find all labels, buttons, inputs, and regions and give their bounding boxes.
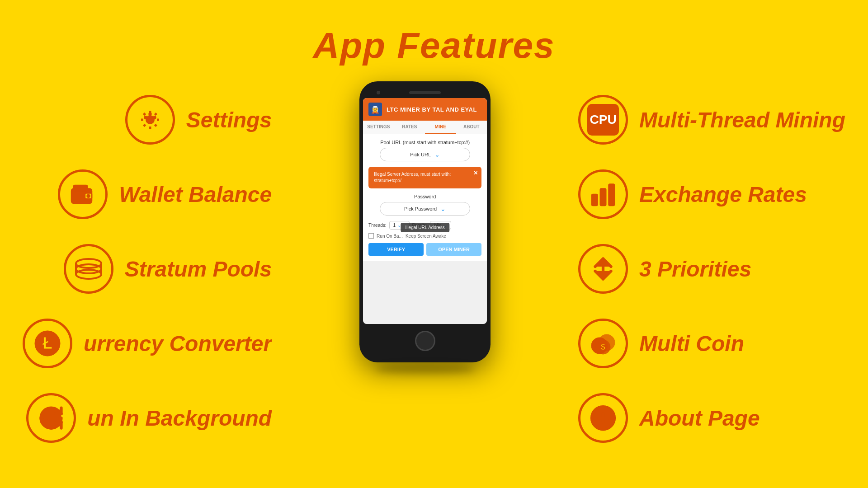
svg-text:$: $ bbox=[601, 343, 605, 352]
tab-rates[interactable]: RATES bbox=[394, 121, 425, 134]
svg-point-9 bbox=[144, 116, 147, 119]
phone-camera bbox=[377, 91, 380, 94]
pick-url-arrow: ⌄ bbox=[434, 151, 440, 158]
refresh-icon bbox=[26, 393, 76, 443]
phone-top-bar bbox=[363, 87, 487, 98]
tab-about[interactable]: ABOUT bbox=[456, 121, 487, 134]
svg-rect-23 bbox=[592, 194, 598, 206]
svg-rect-25 bbox=[609, 184, 615, 206]
feature-priorities: 3 Priorities bbox=[578, 244, 845, 294]
phone-shadow bbox=[375, 365, 475, 374]
priorities-label: 3 Priorities bbox=[639, 257, 751, 282]
threads-label: Threads: bbox=[368, 223, 386, 228]
features-container: Settings Walle bbox=[0, 63, 868, 488]
page-title: App Features bbox=[0, 0, 868, 66]
svg-point-15 bbox=[87, 195, 90, 197]
phone-body: 🧝 LTC MINER BY TAL AND EYAL SETTINGS RAT… bbox=[359, 81, 491, 362]
about-page-label: About Page bbox=[639, 406, 760, 431]
left-features: Settings Walle bbox=[14, 90, 272, 443]
svg-line-8 bbox=[155, 113, 156, 115]
feature-exchange-rates: Exchange Rates bbox=[578, 169, 845, 219]
settings-icon bbox=[125, 95, 175, 145]
password-label: Password bbox=[368, 194, 481, 199]
svg-line-6 bbox=[155, 125, 156, 127]
right-features: CPU Multi-Thread Mining Exchange Rates bbox=[578, 90, 854, 443]
phone-mockup: 🧝 LTC MINER BY TAL AND EYAL SETTINGS RAT… bbox=[359, 81, 491, 374]
app-tabs: SETTINGS RATES MINE ABOUT bbox=[363, 121, 487, 134]
svg-point-0 bbox=[146, 117, 153, 123]
svg-line-7 bbox=[144, 125, 146, 127]
pick-url-button[interactable]: Pick URL ⌄ bbox=[380, 148, 470, 161]
phone-bottom bbox=[363, 324, 487, 353]
feature-wallet-balance: Wallet Balance bbox=[23, 169, 272, 219]
feature-multi-thread: CPU Multi-Thread Mining bbox=[578, 95, 845, 145]
feature-about-page: About Page bbox=[578, 393, 845, 443]
app-logo: 🧝 bbox=[368, 103, 382, 116]
app-header-title: LTC MINER BY TAL AND EYAL bbox=[387, 106, 477, 113]
svg-rect-24 bbox=[600, 189, 606, 206]
svg-line-5 bbox=[144, 113, 146, 115]
wallet-balance-label: Wallet Balance bbox=[119, 182, 272, 207]
svg-text:Ł: Ł bbox=[42, 334, 52, 352]
tab-settings[interactable]: SETTINGS bbox=[363, 121, 394, 134]
keep-screen-text: Keep Screen Awake bbox=[406, 234, 446, 239]
feature-currency-converter: urrency Converter Ł bbox=[23, 319, 272, 368]
wallet-icon bbox=[58, 169, 108, 219]
error-text: Illegal Server Address, must start with:… bbox=[374, 172, 451, 183]
coin-icon: $ bbox=[578, 319, 628, 368]
feature-stratum-pools: Stratum Pools bbox=[23, 244, 272, 294]
verify-button[interactable]: VERIFY bbox=[368, 243, 424, 256]
svg-point-11 bbox=[153, 116, 156, 119]
feature-settings: Settings bbox=[23, 95, 272, 145]
plus-icon bbox=[578, 393, 628, 443]
chart-icon bbox=[578, 169, 628, 219]
cpu-icon: CPU bbox=[578, 95, 628, 145]
feature-multi-coin: $ Multi Coin bbox=[578, 319, 845, 368]
error-banner: Illegal Server Address, must start with:… bbox=[368, 167, 481, 188]
checkbox-row: Run On Ba... Keep Screen Awake bbox=[368, 233, 481, 239]
pool-icon bbox=[64, 244, 113, 294]
svg-point-10 bbox=[148, 113, 152, 116]
multi-thread-label: Multi-Thread Mining bbox=[639, 108, 845, 132]
home-button[interactable] bbox=[415, 331, 435, 351]
tab-mine[interactable]: MINE bbox=[425, 121, 456, 134]
phone-speaker bbox=[409, 91, 441, 94]
multi-coin-label: Multi Coin bbox=[639, 331, 744, 356]
litecoin-icon: Ł bbox=[23, 319, 72, 368]
app-content: Pool URL (must start with stratum+tcp://… bbox=[363, 134, 487, 261]
action-buttons-row: VERIFY OPEN MINER Illegal URL Address bbox=[368, 243, 481, 256]
pick-password-arrow: ⌄ bbox=[440, 205, 446, 212]
open-miner-button[interactable]: OPEN MINER bbox=[426, 243, 481, 256]
tooltip-bubble: Illegal URL Address bbox=[401, 223, 449, 232]
app-header: 🧝 LTC MINER BY TAL AND EYAL bbox=[363, 98, 487, 121]
settings-label: Settings bbox=[186, 108, 272, 132]
run-background-text: Run On Ba... bbox=[377, 234, 403, 239]
run-background-label: un In Background bbox=[87, 406, 272, 431]
currency-converter-label: urrency Converter bbox=[84, 331, 272, 356]
error-close-button[interactable]: ✕ bbox=[473, 169, 478, 177]
pool-url-label: Pool URL (must start with stratum+tcp://… bbox=[368, 140, 481, 145]
pick-password-button[interactable]: Pick Password ⌄ bbox=[380, 202, 470, 216]
cpu-box: CPU bbox=[587, 104, 619, 136]
exchange-rates-label: Exchange Rates bbox=[639, 182, 807, 207]
arrows-icon bbox=[578, 244, 628, 294]
feature-run-background: un In Background bbox=[23, 393, 272, 443]
stratum-pools-label: Stratum Pools bbox=[125, 257, 272, 282]
phone-screen: 🧝 LTC MINER BY TAL AND EYAL SETTINGS RAT… bbox=[363, 98, 487, 324]
run-background-checkbox[interactable] bbox=[368, 233, 374, 239]
svg-rect-13 bbox=[74, 185, 87, 191]
